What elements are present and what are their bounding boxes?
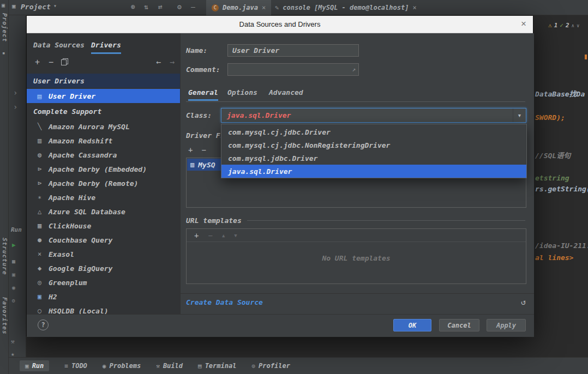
class-combobox[interactable]: java.sql.Driver ▾ bbox=[221, 108, 526, 123]
tab-data-sources[interactable]: Data Sources bbox=[33, 41, 85, 52]
compass-icon[interactable]: ⊕ bbox=[131, 3, 135, 11]
record-icon[interactable]: ◉ bbox=[12, 285, 15, 291]
cancel-button[interactable]: Cancel bbox=[439, 319, 479, 331]
apply-button[interactable]: Apply bbox=[487, 319, 526, 331]
dropdown-option[interactable]: com.mysql.jdbc.Driver bbox=[221, 152, 526, 165]
chevron-up-icon[interactable]: ∧ bbox=[572, 23, 574, 28]
run-toolwindow-label[interactable]: Run bbox=[11, 226, 22, 233]
stop-square-icon[interactable]: ■ bbox=[12, 258, 15, 264]
driver-list-item-label: Apache Hive bbox=[49, 194, 95, 202]
clickhouse-icon: ▦ bbox=[35, 222, 44, 230]
driver-file-label: MySQ bbox=[198, 161, 215, 169]
gear-icon[interactable]: ⚙ bbox=[177, 3, 182, 11]
driver-list-item[interactable]: ● Couchbase Query bbox=[27, 233, 180, 247]
tab-advanced[interactable]: Advanced bbox=[269, 88, 303, 96]
minimize-icon[interactable]: — bbox=[191, 3, 195, 11]
build-hammer-icon[interactable]: ⚒ bbox=[11, 338, 15, 345]
add-icon[interactable]: + bbox=[188, 146, 193, 154]
remove-icon[interactable]: − bbox=[49, 57, 53, 67]
back-arrow-icon[interactable]: ← bbox=[156, 57, 161, 67]
forward-arrow-icon[interactable]: → bbox=[170, 57, 175, 67]
statusbar-item-terminal[interactable]: ▤ Terminal bbox=[198, 362, 236, 370]
driver-list-item-label: Google BigQuery bbox=[49, 264, 112, 273]
driver-list-item[interactable]: ◎ Greenplum bbox=[27, 275, 180, 289]
driver-list-item-label: Apache Cassandra bbox=[49, 151, 117, 159]
class-label: Class: bbox=[186, 111, 212, 119]
stripe-label-favorites[interactable]: Favorites bbox=[1, 297, 8, 335]
driver-list-item[interactable]: ▥ Amazon Redshift bbox=[27, 134, 180, 148]
name-field[interactable]: User Driver bbox=[227, 44, 359, 57]
driver-list-item-label: Apache Derby (Remote) bbox=[49, 179, 138, 188]
expand-field-icon[interactable]: ↗ bbox=[352, 66, 356, 73]
greenplum-icon: ◎ bbox=[35, 279, 44, 286]
driver-list-item-label: HSQLDB (Local) bbox=[49, 307, 109, 315]
driver-list-item[interactable]: ◍ Apache Cassandra bbox=[27, 148, 180, 162]
driver-list-item[interactable]: ◆ Google BigQuery bbox=[27, 261, 180, 275]
dialog-titlebar: Data Sources and Drivers × bbox=[27, 16, 533, 33]
statusbar-item-build[interactable]: ⚒ Build bbox=[156, 362, 183, 370]
driver-list-item-user-driver[interactable]: ▤ User Driver bbox=[27, 89, 180, 103]
tree-expand-chevron-icon[interactable]: › bbox=[13, 88, 17, 97]
comment-field[interactable]: ↗ bbox=[227, 63, 359, 76]
statusbar-item-run[interactable]: ▣ Run bbox=[20, 360, 49, 371]
driver-list-item[interactable]: △ Azure SQL Database bbox=[27, 204, 180, 219]
driver-files-label: Driver Files bbox=[186, 131, 220, 140]
driver-list-item[interactable]: ▣ H2 bbox=[27, 289, 180, 304]
undo-icon[interactable]: ↺ bbox=[521, 297, 526, 307]
driver-list-item-label: Amazon Aurora MySQL bbox=[49, 123, 130, 131]
move-up-icon[interactable]: ▲ bbox=[222, 233, 225, 238]
chevron-down-icon[interactable]: ▾ bbox=[53, 3, 57, 9]
class-value: java.sql.Driver bbox=[227, 111, 291, 119]
statusbar-item-todo[interactable]: ≡ TODO bbox=[64, 362, 87, 370]
statusbar-item-profiler[interactable]: ⊙ Profiler bbox=[251, 362, 290, 370]
statusbar-item-problems[interactable]: ◉ Problems bbox=[103, 362, 141, 370]
remove-icon[interactable]: − bbox=[201, 146, 206, 154]
check-icon: ✓ bbox=[560, 22, 563, 29]
copy-icon[interactable] bbox=[61, 58, 68, 65]
move-down-icon[interactable]: ▼ bbox=[234, 233, 237, 238]
driver-list-item[interactable]: ⊳ Apache Derby (Remote) bbox=[27, 176, 180, 190]
hsqldb-icon: ○ bbox=[35, 307, 44, 314]
run-play-icon[interactable]: ▶ bbox=[12, 242, 16, 249]
updown-arrows-icon[interactable]: ⇅ bbox=[144, 3, 148, 11]
combobox-arrow-icon[interactable]: ▾ bbox=[513, 108, 526, 122]
driver-list-item[interactable]: ╲ Amazon Aurora MySQL bbox=[27, 119, 180, 134]
close-icon[interactable]: × bbox=[521, 19, 526, 29]
tab-general[interactable]: General bbox=[188, 88, 218, 96]
dropdown-option[interactable]: com.mysql.cj.jdbc.Driver bbox=[221, 125, 526, 138]
window-icon[interactable]: ▣ bbox=[12, 272, 15, 278]
add-icon[interactable]: + bbox=[194, 231, 199, 240]
add-icon[interactable]: + bbox=[35, 57, 40, 67]
driver-list-item[interactable]: ▦ ClickHouse bbox=[27, 219, 180, 233]
exasol-icon: × bbox=[35, 250, 44, 258]
inspections-widget[interactable]: ⚠ 1 ✓ 2 ∧ ∨ bbox=[548, 22, 579, 29]
dropdown-option-selected[interactable]: java.sql.Driver bbox=[221, 165, 526, 178]
gear-icon[interactable]: ⚙ bbox=[12, 298, 15, 304]
driver-list-item[interactable]: ∗ Apache Hive bbox=[27, 190, 180, 204]
help-icon[interactable]: ? bbox=[38, 319, 49, 330]
stripe-label-structure[interactable]: Structure bbox=[1, 238, 8, 275]
project-selector[interactable]: Project bbox=[21, 3, 51, 11]
tab-options[interactable]: Options bbox=[227, 88, 257, 96]
group-complete-support[interactable]: Complete Support bbox=[27, 104, 180, 118]
remove-icon[interactable]: − bbox=[208, 231, 212, 240]
driver-list-item[interactable]: ⊳ Apache Derby (Embedded) bbox=[27, 162, 180, 176]
stripe-label-project[interactable]: Project bbox=[1, 13, 8, 42]
h2-icon: ▣ bbox=[35, 293, 44, 300]
driver-list-item[interactable]: ○ HSQLDB (Local) bbox=[27, 304, 180, 314]
chevron-down-icon[interactable]: ∨ bbox=[577, 23, 579, 28]
driver-file-icon: ▥ bbox=[190, 161, 194, 168]
driver-list-item[interactable]: × Exasol bbox=[27, 247, 180, 261]
create-data-source-link[interactable]: Create Data Source bbox=[186, 298, 263, 306]
editor-tab-demo[interactable]: C Demo.java × bbox=[206, 0, 271, 15]
editor-code-fragment: /idea-IU-211. bbox=[535, 242, 588, 250]
editor-tab-console[interactable]: ✎ console [MySQL - demo@localhost] × bbox=[269, 0, 422, 15]
swap-arrows-icon[interactable]: ⇄ bbox=[158, 3, 163, 11]
tree-expand-chevron-icon[interactable]: › bbox=[13, 102, 17, 111]
close-icon[interactable]: × bbox=[412, 4, 416, 11]
ok-button[interactable]: OK bbox=[393, 319, 431, 331]
close-icon[interactable]: × bbox=[262, 4, 266, 11]
tab-drivers[interactable]: Drivers bbox=[91, 41, 121, 54]
group-user-drivers[interactable]: User Drivers bbox=[27, 74, 180, 88]
dropdown-option[interactable]: com.mysql.cj.jdbc.NonRegisteringDriver bbox=[221, 138, 526, 152]
